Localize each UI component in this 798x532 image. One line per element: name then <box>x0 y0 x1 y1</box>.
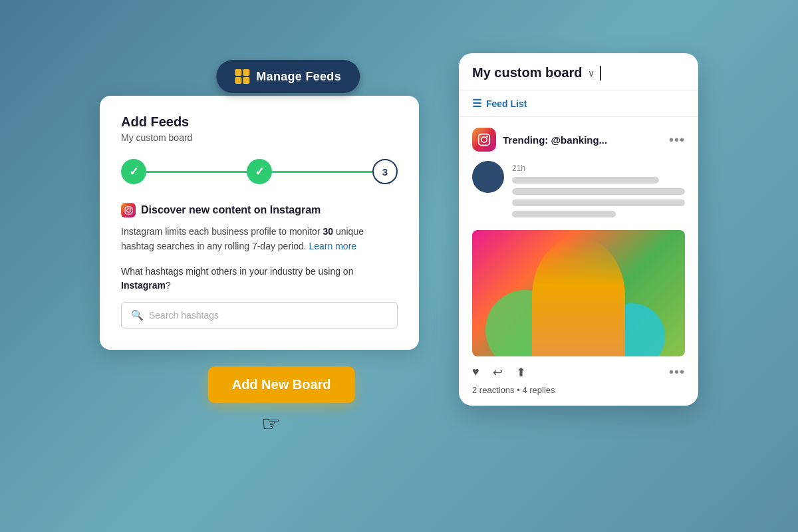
desc-part1: Instagram limits each business profile t… <box>121 226 323 237</box>
step-1: ✓ <box>121 159 146 184</box>
post-content-lines: 21h <box>512 161 685 222</box>
svg-rect-0 <box>125 207 132 214</box>
question-bold: Instagram <box>121 280 166 291</box>
reactions-count: 2 reactions <box>472 385 515 395</box>
search-placeholder: Search hashtags <box>149 310 219 321</box>
svg-point-2 <box>130 207 131 209</box>
question-part1: What hashtags might others in your indus… <box>121 266 353 277</box>
step-3-label: 3 <box>382 166 388 178</box>
desc-bold: 30 <box>323 226 333 237</box>
add-new-board-button[interactable]: Add New Board <box>208 366 355 403</box>
chevron-down-icon[interactable]: ∨ <box>588 68 595 78</box>
board-title: My custom board <box>472 65 583 80</box>
step-line-2 <box>272 171 372 173</box>
list-icon: ☰ <box>472 97 481 110</box>
post-card: Trending: @banking... ••• 21h <box>459 117 698 356</box>
person-figure <box>532 237 625 356</box>
discover-heading: Discover new content on Instagram <box>121 203 398 217</box>
right-panel: My custom board ∨ ☰ Feed List <box>459 53 698 406</box>
actions-more-icon[interactable]: ••• <box>669 364 685 380</box>
discover-heading-text: Discover new content on Instagram <box>141 204 321 216</box>
svg-point-1 <box>126 208 130 211</box>
post-source-info: Trending: @banking... <box>472 128 607 152</box>
content-line-3 <box>512 200 685 206</box>
add-feeds-title: Add Feeds <box>121 114 398 130</box>
reactions-row: 2 reactions • 4 replies <box>459 385 698 406</box>
add-feeds-subtitle: My custom board <box>121 132 398 143</box>
avatar <box>472 161 504 193</box>
step-2: ✓ <box>247 159 272 184</box>
add-feeds-card: Add Feeds My custom board ✓ ✓ 3 <box>100 96 419 350</box>
post-more-options[interactable]: ••• <box>669 132 685 148</box>
feed-list-tab[interactable]: ☰ Feed List <box>459 90 698 117</box>
instagram-icon-small <box>121 203 136 217</box>
cursor-hand-icon: ☞ <box>261 411 281 436</box>
left-panel: Manage Feeds Add Feeds My custom board ✓… <box>100 80 419 350</box>
discover-description: Instagram limits each business profile t… <box>121 224 398 254</box>
replies-count: 4 replies <box>522 385 555 395</box>
manage-feeds-pill[interactable]: Manage Feeds <box>216 60 360 93</box>
content-line-1 <box>512 177 659 184</box>
content-line-2 <box>512 188 685 195</box>
step-line-1 <box>146 171 247 173</box>
manage-feeds-label: Manage Feeds <box>256 70 341 84</box>
step-3: 3 <box>372 159 398 184</box>
learn-more-link[interactable]: Learn more <box>309 241 357 251</box>
grid-icon <box>235 69 249 84</box>
svg-point-5 <box>486 136 488 138</box>
search-icon: 🔍 <box>131 309 144 321</box>
post-user-row: 21h <box>472 161 685 222</box>
heart-icon[interactable]: ♥ <box>472 365 479 379</box>
post-image <box>472 230 685 356</box>
feed-list-label: Feed List <box>486 98 527 109</box>
question-part2: ? <box>166 280 171 291</box>
post-source-row: Trending: @banking... ••• <box>472 128 685 152</box>
svg-rect-3 <box>479 134 490 146</box>
svg-point-4 <box>481 137 487 142</box>
search-hashtags-input[interactable]: 🔍 Search hashtags <box>121 302 398 329</box>
hashtag-question: What hashtags might others in your indus… <box>121 265 398 293</box>
post-time: 21h <box>512 164 685 173</box>
step-2-check: ✓ <box>255 164 265 179</box>
instagram-icon-large <box>472 128 496 152</box>
share-icon[interactable]: ⬆ <box>516 365 526 380</box>
step-1-check: ✓ <box>129 164 139 179</box>
post-actions: ♥ ↩ ⬆ ••• <box>459 356 698 385</box>
post-source-name: Trending: @banking... <box>503 134 607 146</box>
content-line-4 <box>512 211 616 217</box>
board-header: My custom board ∨ <box>459 53 698 90</box>
reply-icon[interactable]: ↩ <box>493 365 503 380</box>
reactions-separator: • <box>517 385 520 395</box>
text-cursor <box>600 66 601 80</box>
stepper: ✓ ✓ 3 <box>121 159 398 184</box>
